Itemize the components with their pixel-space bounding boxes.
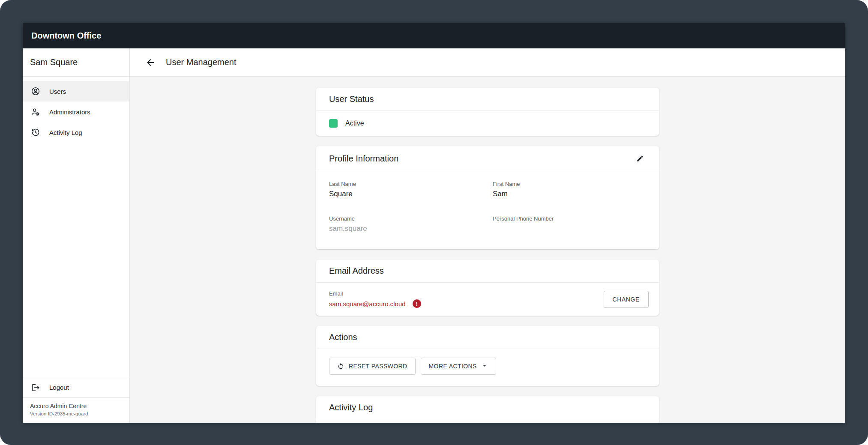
sidebar-spacer xyxy=(23,143,129,377)
card-title: Email Address xyxy=(329,266,384,276)
version-label: Version ID-2935-me-guard xyxy=(30,411,122,416)
content-scroll-area[interactable]: User Status Active Profile Information xyxy=(130,77,845,423)
sidebar-item-activity-log[interactable]: Activity Log xyxy=(23,122,129,143)
back-button[interactable] xyxy=(144,57,156,69)
email-address-card: Email Address Email sam.square@accuro.cl… xyxy=(316,260,659,316)
field-value: Sam xyxy=(493,190,646,199)
users-icon xyxy=(30,86,41,96)
email-label: Email xyxy=(329,290,421,297)
field-username: Username sam.square xyxy=(329,215,482,234)
more-actions-label: MORE ACTIONS xyxy=(429,363,477,370)
field-label: Last Name xyxy=(329,181,482,187)
sidebar-item-users[interactable]: Users xyxy=(23,81,129,102)
app-name-label: Accuro Admin Centre xyxy=(30,403,122,409)
email-value: sam.square@accuro.cloud xyxy=(329,300,406,308)
page-header: User Management xyxy=(130,48,845,77)
window-body: Sam Square Users xyxy=(23,48,845,423)
email-value-row: sam.square@accuro.cloud ! xyxy=(329,299,421,308)
card-title: Activity Log xyxy=(329,403,373,412)
status-color-swatch xyxy=(329,119,338,128)
sidebar-item-label: Administrators xyxy=(49,108,90,116)
sidebar-user-name: Sam Square xyxy=(23,48,129,77)
activity-log-card: Activity Log Last Activity: May 19, 2022 xyxy=(316,396,659,423)
email-error-icon: ! xyxy=(413,299,421,308)
profile-card-header: Profile Information xyxy=(316,146,659,171)
activity-card-header: Activity Log xyxy=(316,396,659,419)
sidebar-nav: Users Administrators xyxy=(23,77,129,143)
sidebar-item-administrators[interactable]: Administrators xyxy=(23,102,129,122)
more-actions-button[interactable]: MORE ACTIONS xyxy=(421,358,496,375)
actions-card-header: Actions xyxy=(316,326,659,349)
sync-icon xyxy=(337,363,344,370)
office-topbar: Downtown Office xyxy=(23,23,845,48)
card-title: Profile Information xyxy=(329,154,398,164)
card-title: Actions xyxy=(329,332,357,342)
user-status-card-header: User Status xyxy=(316,88,659,111)
sidebar-footer: Accuro Admin Centre Version ID-2935-me-g… xyxy=(23,397,129,423)
page-title: User Management xyxy=(166,57,236,67)
field-first-name: First Name Sam xyxy=(493,181,646,199)
status-label: Active xyxy=(345,119,364,127)
reset-password-label: RESET PASSWORD xyxy=(349,363,407,370)
reset-password-button[interactable]: RESET PASSWORD xyxy=(329,358,416,375)
email-card-body: Email sam.square@accuro.cloud ! CHANGE xyxy=(316,283,659,316)
actions-card: Actions RESET PASSWORD xyxy=(316,326,659,386)
chevron-down-icon xyxy=(481,362,488,370)
office-title: Downtown Office xyxy=(31,31,101,41)
email-field: Email sam.square@accuro.cloud ! xyxy=(329,290,421,308)
field-label: First Name xyxy=(493,181,646,187)
cards-container: User Status Active Profile Information xyxy=(316,88,659,423)
logout-label: Logout xyxy=(49,384,69,391)
sidebar-item-label: Activity Log xyxy=(49,129,82,136)
pencil-icon xyxy=(636,155,644,162)
desktop-background: Downtown Office Sam Square Users xyxy=(0,0,868,445)
history-icon xyxy=(30,127,41,137)
sidebar-item-label: Users xyxy=(49,88,66,95)
arrow-left-icon xyxy=(145,57,156,68)
sidebar: Sam Square Users xyxy=(23,48,130,423)
main-area: User Management User Status Active xyxy=(130,48,845,423)
logout-button[interactable]: Logout xyxy=(23,377,129,397)
field-personal-phone-number: Personal Phone Number xyxy=(493,215,646,234)
logout-icon xyxy=(30,382,41,393)
email-card-header: Email Address xyxy=(316,260,659,283)
profile-information-card: Profile Information Last Name xyxy=(316,146,659,249)
user-status-body: Active xyxy=(316,111,659,136)
actions-card-body: RESET PASSWORD MORE ACTIONS xyxy=(316,349,659,386)
app-window: Downtown Office Sam Square Users xyxy=(23,23,845,423)
activity-card-body: Last Activity: May 19, 2022 xyxy=(316,419,659,423)
field-value xyxy=(493,224,646,234)
user-status-card: User Status Active xyxy=(316,88,659,136)
edit-profile-button[interactable] xyxy=(634,152,646,164)
field-last-name: Last Name Square xyxy=(329,181,482,199)
field-label: Username xyxy=(329,215,482,222)
administrators-icon xyxy=(30,107,41,117)
card-title: User Status xyxy=(329,94,374,104)
field-value: sam.square xyxy=(329,224,482,234)
profile-fields-grid: Last Name Square First Name Sam Username… xyxy=(316,171,659,249)
field-value: Square xyxy=(329,190,482,199)
change-email-button[interactable]: CHANGE xyxy=(604,291,649,308)
field-label: Personal Phone Number xyxy=(493,215,646,222)
